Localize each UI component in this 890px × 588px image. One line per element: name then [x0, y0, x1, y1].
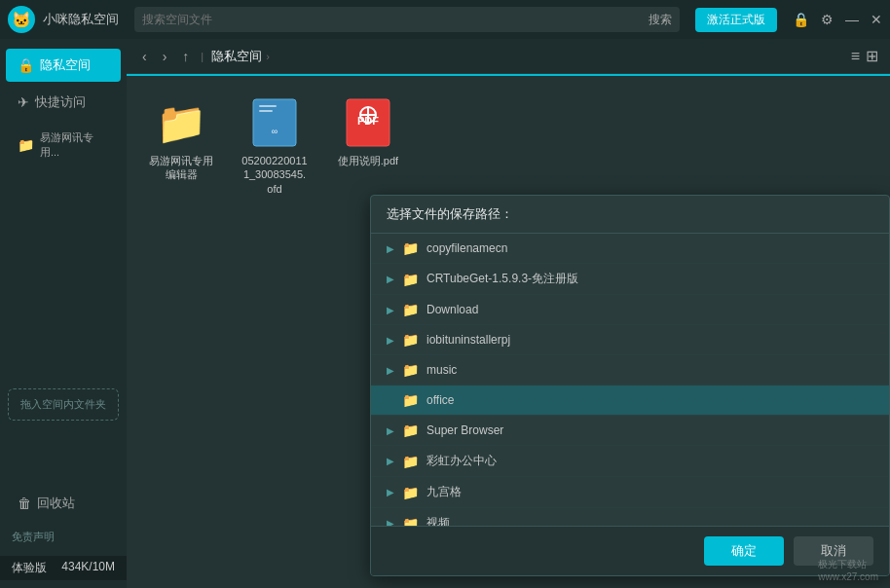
sidebar-item-label: 易游网讯专用...: [40, 130, 109, 160]
dir-label: music: [426, 363, 457, 377]
svg-rect-1: [259, 105, 277, 107]
breadcrumb-arrow: ›: [266, 51, 270, 62]
confirm-button[interactable]: 确定: [704, 536, 784, 566]
dialog-header: 选择文件的保存路径：: [371, 196, 889, 234]
dir-label: Download: [426, 303, 478, 316]
minimize-icon[interactable]: —: [845, 12, 859, 27]
arrow-icon: ▶: [387, 487, 394, 497]
dir-item-download[interactable]: ▶ 📁 Download: [371, 295, 889, 325]
folder-icon: 📁: [402, 516, 419, 527]
plane-icon: ✈: [18, 94, 29, 110]
disclaimer[interactable]: 免责声明: [0, 522, 127, 552]
version-size: 434K/10M: [61, 560, 115, 576]
arrow-icon: ▶: [387, 305, 394, 315]
view-buttons: ≡ ⊞: [851, 47, 878, 65]
dir-item-jiugongge[interactable]: ▶ 📁 九宫格: [371, 477, 889, 508]
sidebar-item-quick-access[interactable]: ✈ 快捷访问: [6, 86, 121, 119]
dir-label: CRTubeGet-1.5.9.3-免注册版: [426, 271, 578, 287]
sidebar-item-private-space[interactable]: 🔒 隐私空间: [6, 49, 121, 82]
folder-icon: 📁: [402, 485, 419, 500]
titlebar-controls: 🔒 ⚙ — ✕: [793, 12, 882, 27]
dir-item-iobit[interactable]: ▶ 📁 iobituninstallerpj: [371, 325, 889, 355]
dir-label: 彩虹办公中心: [426, 453, 497, 469]
sidebar-item-label: 快捷访问: [35, 93, 86, 111]
dir-label: office: [426, 393, 454, 407]
arrow-icon: ▶: [387, 365, 394, 376]
view-list-button[interactable]: ≡: [851, 47, 860, 65]
dir-label: copyfilenamecn: [426, 241, 507, 255]
folder-yellow-icon: 📁: [156, 97, 206, 148]
sidebar-item-label: 回收站: [37, 495, 75, 512]
app-title: 小咪隐私空间: [43, 11, 119, 28]
dir-label: iobituninstallerpj: [426, 333, 510, 347]
sidebar: 🔒 隐私空间 ✈ 快捷访问 📁 易游网讯专用... 拖入空间内文件夹 🗑 回收站…: [0, 39, 127, 588]
file-name: 使用说明.pdf: [338, 154, 398, 167]
dir-item-office[interactable]: ▶ 📁 office: [371, 386, 889, 416]
folder-icon: 📁: [402, 302, 419, 317]
settings-icon[interactable]: ⚙: [821, 12, 834, 27]
arrow-icon: ▶: [387, 456, 394, 466]
version-bar: 体验版 434K/10M: [0, 556, 127, 580]
dialog-title: 选择文件的保存路径：: [387, 206, 513, 221]
up-button[interactable]: ↑: [178, 47, 193, 66]
dialog-footer: 确定 取消: [371, 526, 889, 575]
dir-item-superbrowser[interactable]: ▶ 📁 Super Browser: [371, 416, 889, 446]
folder-icon: 📁: [402, 362, 419, 378]
dir-item-caihong[interactable]: ▶ 📁 彩虹办公中心: [371, 446, 889, 477]
breadcrumb-sep: |: [201, 51, 204, 62]
arrow-icon: ▶: [387, 425, 394, 436]
folder-icon: 📁: [402, 272, 419, 287]
svg-text:∞: ∞: [272, 127, 278, 136]
dir-list: ▶ 📁 copyfilenamecn ▶ 📁 CRTubeGet-1.5.9.3…: [371, 234, 889, 526]
back-button[interactable]: ‹: [138, 47, 151, 66]
dir-label: 视频: [426, 515, 450, 526]
breadcrumb: 隐私空间 ›: [211, 48, 270, 65]
arrow-icon: ▶: [387, 335, 394, 346]
trash-icon: 🗑: [18, 496, 31, 511]
dir-item-crtube[interactable]: ▶ 📁 CRTubeGet-1.5.9.3-免注册版: [371, 264, 889, 295]
file-item-ofd[interactable]: ∞ 052002200111_30083545.ofd: [236, 92, 314, 202]
file-name: 052002200111_30083545.ofd: [241, 154, 308, 196]
view-grid-button[interactable]: ⊞: [866, 47, 878, 65]
file-name: 易游网讯专用编辑器: [148, 154, 214, 182]
drag-zone-label: 拖入空间内文件夹: [20, 398, 106, 410]
sidebar-item-recycle[interactable]: 🗑 回收站: [6, 487, 121, 520]
arrow-icon: ▶: [387, 274, 394, 284]
search-bar: 搜索: [134, 7, 680, 32]
breadcrumb-root[interactable]: 隐私空间: [211, 48, 262, 65]
dir-item-copyfilenamecn[interactable]: ▶ 📁 copyfilenamecn: [371, 234, 889, 264]
folder-icon: 📁: [402, 332, 419, 348]
close-icon[interactable]: ✕: [871, 12, 882, 27]
sidebar-item-yiyou[interactable]: 📁 易游网讯专用...: [6, 123, 121, 167]
version-label: 体验版: [12, 560, 47, 576]
toolbar: ‹ › ↑ | 隐私空间 › ≡ ⊞: [127, 39, 890, 74]
save-path-dialog: 选择文件的保存路径： ▶ 📁 copyfilenamecn ▶ 📁 CRTube…: [370, 195, 890, 576]
svg-rect-2: [259, 110, 273, 112]
sidebar-item-label: 隐私空间: [40, 56, 91, 74]
folder-icon: 📁: [402, 240, 419, 256]
titlebar: 🐱 小咪隐私空间 搜索 激活正式版 🔒 ⚙ — ✕: [0, 0, 890, 39]
search-button[interactable]: 搜索: [649, 12, 672, 28]
dialog-body[interactable]: ▶ 📁 copyfilenamecn ▶ 📁 CRTubeGet-1.5.9.3…: [371, 234, 889, 526]
dir-item-video[interactable]: ▶ 📁 视频: [371, 508, 889, 526]
drag-zone[interactable]: 拖入空间内文件夹: [8, 388, 119, 421]
lock-icon: 🔒: [18, 57, 34, 73]
cancel-button[interactable]: 取消: [794, 536, 873, 566]
dir-item-music[interactable]: ▶ 📁 music: [371, 355, 889, 386]
pdf-icon: PDF: [343, 97, 393, 148]
folder-icon: 📁: [402, 392, 419, 408]
folder-icon: 📁: [402, 454, 419, 469]
content-area: ‹ › ↑ | 隐私空间 › ≡ ⊞ 📁 易游网讯专用编辑器: [127, 39, 890, 588]
dir-label: Super Browser: [426, 423, 503, 437]
ofd-icon: ∞: [249, 97, 300, 148]
activate-button[interactable]: 激活正式版: [695, 8, 777, 32]
forward-button[interactable]: ›: [159, 47, 171, 66]
lock-icon[interactable]: 🔒: [793, 12, 809, 27]
file-item-yiyou-folder[interactable]: 📁 易游网讯专用编辑器: [142, 92, 220, 202]
arrow-icon: ▶: [387, 243, 394, 254]
app-logo: 🐱: [8, 6, 35, 33]
folder-icon: 📁: [18, 137, 34, 153]
search-input[interactable]: [142, 13, 649, 26]
folder-icon: 📁: [402, 423, 419, 438]
file-item-pdf[interactable]: PDF 使用说明.pdf: [329, 92, 407, 202]
